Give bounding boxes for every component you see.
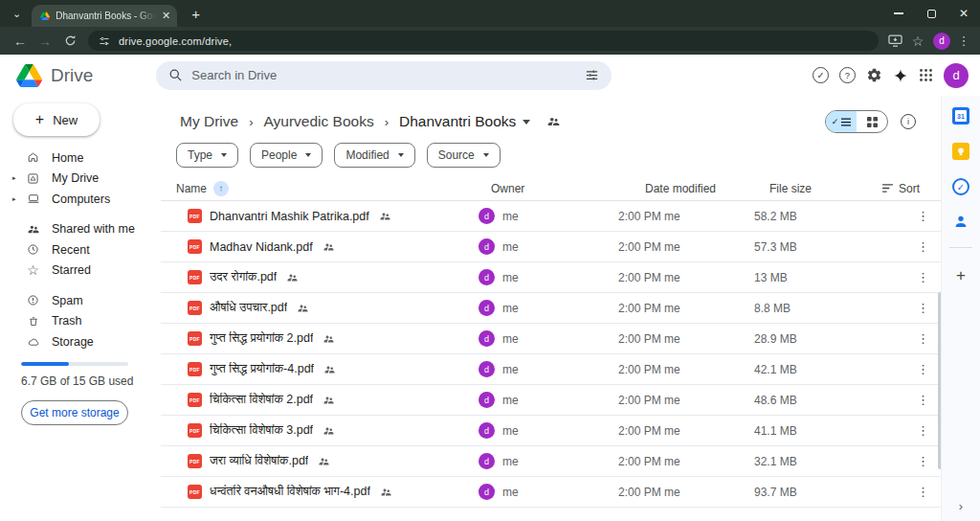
sidebar-item-trash[interactable]: Trash <box>0 311 161 332</box>
search-bar[interactable] <box>156 61 612 90</box>
date-modified: 2:00 PM me <box>616 271 752 284</box>
sidebar-item-starred[interactable]: ☆ Starred <box>0 260 161 282</box>
sidebar-item-home[interactable]: Home <box>0 147 161 169</box>
sort-ascending-icon[interactable]: ↑ <box>213 181 229 196</box>
spam-icon <box>26 294 40 306</box>
sort-button[interactable]: Sort <box>882 182 920 195</box>
reload-icon[interactable] <box>57 34 82 47</box>
computers-icon <box>26 193 40 205</box>
table-row[interactable]: PDF गुप्त सिद्ध प्रयोगांक 2.pdf d me 2:0… <box>161 324 941 354</box>
breadcrumb-ayurvedic-books[interactable]: Ayurvedic Books <box>259 111 377 132</box>
owner-cell: d me <box>477 484 616 500</box>
sort-lines-icon <box>882 184 893 193</box>
chevron-right-icon: › <box>249 115 253 129</box>
more-options-icon[interactable]: ⋮ <box>905 239 941 254</box>
bookmark-star-icon[interactable]: ☆ <box>909 34 926 49</box>
date-modified: 2:00 PM me <box>616 486 752 499</box>
forward-icon[interactable]: → <box>33 34 57 49</box>
file-browser-panel: My Drive › Ayurvedic Books › Dhanvantri … <box>161 96 941 521</box>
more-options-icon[interactable]: ⋮ <box>905 485 941 499</box>
filter-people[interactable]: People <box>250 143 323 168</box>
window-maximize-button[interactable] <box>915 0 947 27</box>
browser-menu-icon[interactable]: ⋮ <box>957 34 970 48</box>
table-row[interactable]: PDF Madhav Nidank.pdf d me 2:00 PM me 57… <box>161 232 941 262</box>
pdf-icon: PDF <box>188 362 202 376</box>
new-tab-button[interactable]: + <box>191 6 200 22</box>
owner-name: me <box>502 486 519 499</box>
gemini-sparkle-icon[interactable] <box>893 68 908 83</box>
more-options-icon[interactable]: ⋮ <box>905 362 941 376</box>
tab-search-chevron-icon[interactable]: ⌄ <box>12 8 21 20</box>
browser-tab[interactable]: Dhanvantri Books - Google Dri ✕ <box>32 5 177 27</box>
more-options-icon[interactable]: ⋮ <box>905 270 941 284</box>
search-input[interactable] <box>191 68 576 82</box>
expand-caret-icon[interactable]: ▸ <box>12 195 16 203</box>
back-icon[interactable]: ← <box>8 34 33 49</box>
support-icon[interactable]: ? <box>839 67 856 83</box>
grid-view-button[interactable] <box>857 111 887 132</box>
sidebar-item-recent[interactable]: Recent <box>0 239 161 260</box>
file-size: 58.2 MB <box>752 210 905 223</box>
owner-name: me <box>502 332 519 346</box>
pdf-icon: PDF <box>188 239 202 254</box>
filter-modified[interactable]: Modified <box>334 143 414 168</box>
calendar-icon[interactable]: 31 <box>952 107 969 125</box>
more-options-icon[interactable]: ⋮ <box>905 454 941 468</box>
table-row[interactable]: PDF उदर रोगांक.pdf d me 2:00 PM me 13 MB… <box>161 262 941 293</box>
more-options-icon[interactable]: ⋮ <box>905 331 941 346</box>
filter-type[interactable]: Type <box>176 143 238 168</box>
tasks-icon[interactable]: ✓ <box>952 178 969 195</box>
expand-caret-icon[interactable]: ▸ <box>12 174 16 182</box>
column-header-name[interactable]: Name ↑ <box>161 181 477 196</box>
table-row[interactable]: PDF चिकित्सा विशेषांक 2.pdf d me 2:00 PM… <box>161 385 941 416</box>
tab-close-icon[interactable]: ✕ <box>162 10 170 22</box>
google-apps-grid-icon[interactable] <box>919 68 933 82</box>
file-name: Madhav Nidank.pdf <box>210 240 313 254</box>
sidebar-item-spam[interactable]: Spam <box>0 290 161 311</box>
get-addons-icon[interactable]: + <box>956 266 966 285</box>
column-header-owner[interactable]: Owner <box>477 182 616 195</box>
table-row[interactable]: PDF धन्वंतरि वनऔषधी विशेषांक भाग-4.pdf d… <box>161 477 941 508</box>
browser-profile-avatar[interactable]: d <box>933 33 950 50</box>
window-close-button[interactable]: ✕ <box>947 0 980 27</box>
column-header-file-size[interactable]: File size <box>752 182 812 195</box>
breadcrumb-my-drive[interactable]: My Drive <box>176 111 242 132</box>
get-more-storage-button[interactable]: Get more storage <box>21 400 128 425</box>
shared-icon <box>380 487 392 498</box>
filter-source[interactable]: Source <box>427 143 501 168</box>
table-row[interactable]: PDF चिकित्सा विशेषांक 3.pdf d me 2:00 PM… <box>161 416 941 446</box>
file-name-cell: PDF गुप्त सिद्ध प्रयोगांक-4.pdf <box>161 362 477 376</box>
owner-name: me <box>502 363 519 376</box>
account-avatar[interactable]: d <box>944 63 969 88</box>
new-button[interactable]: + New <box>13 103 100 136</box>
breadcrumb-current-folder[interactable]: Dhanvantri Books <box>395 111 534 132</box>
more-options-icon[interactable]: ⋮ <box>905 393 941 407</box>
install-app-icon[interactable] <box>888 34 902 47</box>
sidebar-item-storage[interactable]: Storage <box>0 331 161 352</box>
contacts-icon[interactable] <box>953 214 969 229</box>
more-options-icon[interactable]: ⋮ <box>905 423 941 438</box>
keep-icon[interactable] <box>952 143 969 160</box>
settings-gear-icon[interactable] <box>866 67 882 83</box>
sidebar-item-my-drive[interactable]: ▸ My Drive <box>0 169 161 190</box>
list-view-button[interactable]: ✓ <box>826 111 857 132</box>
date-modified: 2:00 PM me <box>616 302 752 315</box>
owner-name: me <box>502 394 519 407</box>
table-row[interactable]: PDF औषधि उपचार.pdf d me 2:00 PM me 8.8 M… <box>161 293 941 324</box>
url-bar[interactable]: drive.google.com/drive, <box>88 31 879 51</box>
hide-side-panel-icon[interactable]: › <box>959 499 963 513</box>
details-info-icon[interactable]: i <box>901 114 916 129</box>
search-options-icon[interactable] <box>585 68 599 82</box>
sidebar-item-computers[interactable]: ▸ Computers <box>0 189 161 210</box>
window-minimize-button[interactable] <box>882 0 915 27</box>
chevron-right-icon: › <box>385 115 389 129</box>
sidebar-item-shared-with-me[interactable]: Shared with me <box>0 219 161 240</box>
more-options-icon[interactable]: ⋮ <box>905 209 941 223</box>
drive-logo-icon[interactable] <box>16 64 42 87</box>
table-row[interactable]: PDF Dhanvantri Mashik Patrika.pdf d me 2… <box>161 201 941 232</box>
offline-status-icon[interactable]: ✓ <box>813 67 829 83</box>
column-header-date-modified[interactable]: Date modified <box>616 182 752 195</box>
table-row[interactable]: PDF जरा व्याधि विशेषांक.pdf d me 2:00 PM… <box>161 446 941 477</box>
more-options-icon[interactable]: ⋮ <box>905 301 941 315</box>
table-row[interactable]: PDF गुप्त सिद्ध प्रयोगांक-4.pdf d me 2:0… <box>161 354 941 385</box>
